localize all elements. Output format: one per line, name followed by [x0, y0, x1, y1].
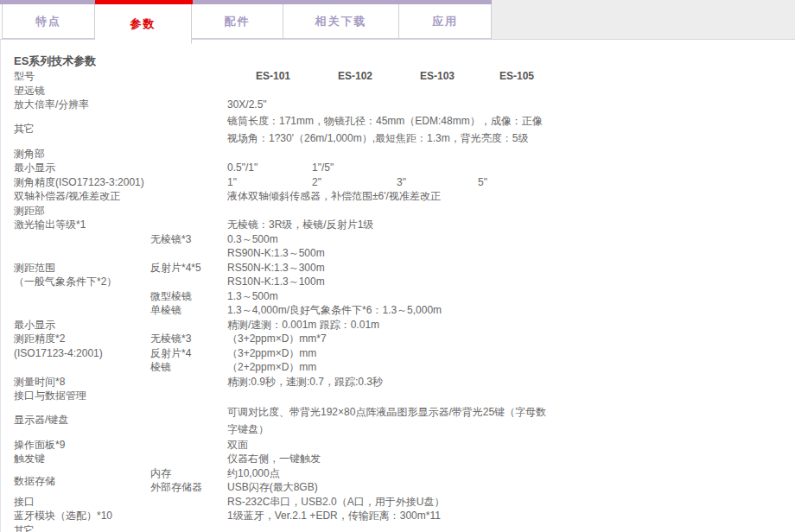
tab-applications[interactable]: 应用 — [399, 4, 492, 39]
spec-label: 测距精度*2 — [14, 332, 65, 346]
spec-value: （3+2ppm×D）mm — [227, 346, 316, 361]
spec-table-title: ES系列技术参数 — [1, 54, 795, 69]
spec-value: 1"/5" — [312, 161, 334, 175]
spec-value: （3+2ppm×D）mm*7 — [227, 332, 327, 346]
spec-label: 测角部 — [14, 147, 45, 162]
spec-line: 外部存储器USB闪存(最大8GB) — [1, 480, 795, 495]
spec-label: （一般气象条件下*2） — [14, 275, 117, 289]
spec-label: 激光输出等级*1 — [14, 218, 86, 232]
tab-label: 参数 — [130, 16, 156, 32]
spec-line: 无棱镜*30.3～500m — [1, 232, 795, 247]
tab-bar: 特点参数配件相关下载应用 — [0, 0, 795, 39]
tab-label: 应用 — [432, 14, 458, 29]
spec-label: 测角精度(ISO17123-3:2001) — [14, 175, 144, 190]
spec-line: 测距范围反射片*4*5RS50N-K:1.3～300m — [1, 261, 795, 276]
spec-value: 0.5"/1" — [227, 161, 258, 175]
spec-sublabel: 内存 — [150, 466, 171, 481]
tab-features[interactable]: 特点 — [2, 4, 95, 39]
spec-value: 30X/2.5" — [227, 98, 267, 112]
tab-downloads[interactable]: 相关下载 — [283, 4, 399, 39]
spec-value: 1.3～500m — [227, 289, 278, 304]
spec-line: 测量时间*8精测:0.9秒，速测:0.7，跟踪:0.3秒 — [1, 375, 795, 390]
spec-value: （2+2ppm×D）mm — [227, 360, 316, 375]
tab-label: 配件 — [225, 14, 251, 29]
spec-value: 0.3～500m — [227, 232, 278, 247]
spec-label: 测距范围 — [14, 261, 55, 276]
spec-label: 蓝牙模块（选配）*10 — [14, 509, 112, 523]
spec-sublabel: 无棱镜*3 — [150, 332, 191, 346]
spec-line: 其它镜筒长度：171mm，物镜孔径：45mm（EDM:48mm），成像：正像 — [1, 112, 795, 130]
spec-line: 数据存储内存约10,000点 — [1, 466, 795, 481]
spec-value: 5" — [478, 175, 487, 190]
spec-line: 测角精度(ISO17123-3:2001)1"2"3"5" — [1, 175, 795, 190]
spec-panel: ES系列技术参数 型号ES-101ES-102ES-103ES-105望远镜放大… — [0, 39, 795, 532]
spec-sublabel: 无棱镜*3 — [150, 232, 191, 247]
spec-value: RS90N-K:1.3～500m — [227, 246, 325, 261]
spec-label: 接口 — [14, 495, 35, 510]
spec-line: 最小显示0.5"/1"1"/5" — [1, 161, 795, 175]
spec-line: 其它 — [1, 523, 795, 532]
spec-value: RS50N-K:1.3～300m — [227, 261, 325, 276]
spec-label: 触发键 — [14, 452, 45, 466]
spec-value: 字键盘） — [227, 421, 269, 438]
spec-label: 测距部 — [14, 204, 45, 218]
spec-line: 测距部 — [1, 204, 795, 218]
spec-label: 双轴补偿器/视准差改正 — [14, 189, 120, 204]
spec-value: 3" — [397, 175, 406, 190]
spec-line: 操作面板*9双面 — [1, 438, 795, 453]
spec-value: RS-232C串口，USB2.0（A口，用于外接U盘） — [227, 495, 444, 510]
spec-line: 微型棱镜1.3～500m — [1, 289, 795, 304]
spec-line: 激光输出等级*1无棱镜：3R级，棱镜/反射片1级 — [1, 218, 795, 232]
spec-line: 测角部 — [1, 147, 795, 162]
spec-value: 精测:0.9秒，速测:0.7，跟踪:0.3秒 — [227, 375, 383, 390]
spec-line: 接口RS-232C串口，USB2.0（A口，用于外接U盘） — [1, 495, 795, 510]
tab-bar-filler — [492, 0, 795, 39]
spec-value: 镜筒长度：171mm，物镜孔径：45mm（EDM:48mm），成像：正像 — [227, 112, 543, 130]
spec-table: 型号ES-101ES-102ES-103ES-105望远镜放大倍率/分辨率30X… — [1, 69, 795, 532]
spec-line: (ISO17123-4:2001)反射片*4（3+2ppm×D）mm — [1, 346, 795, 361]
spec-line: 放大倍率/分辨率30X/2.5" — [1, 98, 795, 112]
spec-value: USB闪存(最大8GB) — [227, 480, 318, 495]
model-name: ES-105 — [499, 69, 534, 84]
spec-value: 2" — [312, 175, 321, 190]
spec-line: 字键盘） — [1, 421, 795, 438]
spec-sublabel: 棱镜 — [150, 360, 171, 375]
spec-label: 测量时间*8 — [14, 375, 65, 390]
spec-line: 触发键仪器右侧，一键触发 — [1, 452, 795, 466]
spec-label: 放大倍率/分辨率 — [14, 98, 89, 112]
spec-value: 视场角：1?30'（26m/1,000m）,最短焦距：1.3m，背光亮度：5级 — [227, 130, 528, 147]
spec-value: 约10,000点 — [227, 466, 280, 481]
spec-sublabel: 单棱镜 — [150, 303, 181, 318]
model-name: ES-102 — [338, 69, 372, 84]
tab-label: 特点 — [35, 14, 61, 29]
spec-label: 型号 — [14, 69, 35, 84]
spec-label: (ISO17123-4:2001) — [14, 346, 103, 361]
spec-line: 型号ES-101ES-102ES-103ES-105 — [1, 69, 795, 84]
spec-sublabel: 反射片*4 — [150, 346, 191, 361]
spec-label: 望远镜 — [14, 84, 45, 98]
spec-value: 仪器右侧，一键触发 — [227, 452, 321, 466]
spec-value: 1级蓝牙，Ver.2.1 +EDR，传输距离：300m*11 — [227, 509, 441, 523]
model-name: ES-101 — [256, 69, 290, 84]
spec-line: 双轴补偿器/视准差改正液体双轴倾斜传感器，补偿范围±6'/视准差改正 — [1, 189, 795, 204]
spec-line: 蓝牙模块（选配）*101级蓝牙，Ver.2.1 +EDR，传输距离：300m*1… — [1, 509, 795, 523]
spec-line: 最小显示精测/速测：0.001m 跟踪：0.01m — [1, 318, 795, 332]
spec-value: 1.3～4,000m/良好气象条件下*6：1.3～5,000m — [227, 303, 442, 318]
spec-line: 棱镜（2+2ppm×D）mm — [1, 360, 795, 375]
spec-label: 操作面板*9 — [14, 438, 65, 453]
spec-sublabel: 反射片*4*5 — [150, 261, 201, 276]
tab-accessories[interactable]: 配件 — [192, 4, 283, 39]
spec-value: 无棱镜：3R级，棱镜/反射片1级 — [227, 218, 373, 232]
spec-line: 视场角：1?30'（26m/1,000m）,最短焦距：1.3m，背光亮度：5级 — [1, 130, 795, 147]
spec-line: 单棱镜1.3～4,000m/良好气象条件下*6：1.3～5,000m — [1, 303, 795, 318]
spec-line: 接口与数据管理 — [1, 389, 795, 403]
tab-parameters[interactable]: 参数 — [95, 4, 192, 44]
spec-line: 测距精度*2无棱镜*3（3+2ppm×D）mm*7 — [1, 332, 795, 346]
spec-line: 显示器/键盘可调对比度、带背光192×80点阵液晶图形显示器/带背光25键（字母… — [1, 403, 795, 421]
spec-label: 最小显示 — [14, 161, 55, 175]
spec-line: 望远镜 — [1, 84, 795, 98]
spec-value: 可调对比度、带背光192×80点阵液晶图形显示器/带背光25键（字母数 — [227, 403, 546, 421]
spec-line: RS90N-K:1.3～500m — [1, 246, 795, 261]
spec-value: RS10N-K:1.3～100m — [227, 275, 325, 289]
spec-value: 液体双轴倾斜传感器，补偿范围±6'/视准差改正 — [227, 189, 441, 204]
